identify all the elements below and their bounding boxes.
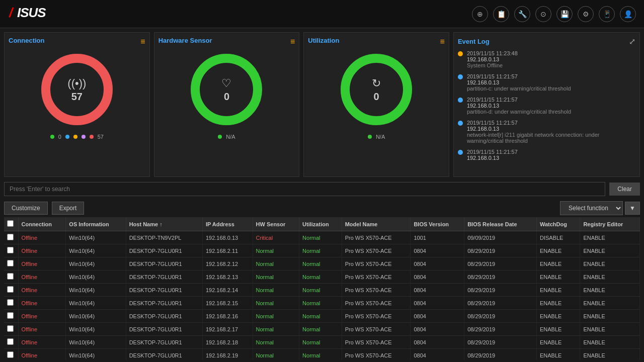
col-connection[interactable]: Connection bbox=[18, 217, 66, 231]
col-watchdog[interactable]: WatchDog bbox=[536, 217, 580, 231]
table-cell: ENABLE bbox=[536, 244, 580, 257]
table-cell: 08/29/2019 bbox=[464, 336, 537, 349]
table-cell: Normal bbox=[253, 323, 299, 336]
event-log-widget: Event Log ⤢ 2019/11/15 11:23:48 192.168.… bbox=[453, 32, 640, 177]
col-ip[interactable]: IP Address bbox=[202, 217, 253, 231]
table-cell: Win10(64) bbox=[66, 297, 126, 310]
table-cell: 0804 bbox=[411, 257, 464, 270]
hardware-sensor-menu-icon[interactable]: ≡ bbox=[290, 37, 295, 46]
dashboard: Connection ≡ ((•)) 57 0 bbox=[0, 28, 644, 179]
nav-icon-monitor[interactable]: ⊕ bbox=[472, 6, 488, 22]
table-cell: Pro WS X570-ACE bbox=[342, 336, 411, 349]
col-checkbox[interactable] bbox=[4, 217, 18, 231]
table-cell: 0804 bbox=[411, 270, 464, 284]
row-checkbox-cell[interactable] bbox=[4, 270, 18, 284]
table-row: OfflineWin10(64)DESKTOP-7GLU0R1192.168.2… bbox=[4, 310, 640, 323]
row-checkbox[interactable] bbox=[7, 286, 14, 293]
nav-icon-mobile[interactable]: 📱 bbox=[599, 6, 615, 22]
table-cell: ENABLE bbox=[536, 257, 580, 270]
select-function-arrow-button[interactable]: ▼ bbox=[625, 202, 640, 215]
table-row: OfflineWin10(64)DESKTOP-7GLU0R1192.168.2… bbox=[4, 297, 640, 310]
table-cell: DESKTOP-TN9V2PL bbox=[126, 231, 202, 244]
select-all-checkbox[interactable] bbox=[7, 220, 14, 227]
legend-label-0: 0 bbox=[58, 134, 61, 140]
table-cell: ENABLE bbox=[536, 270, 580, 284]
table-cell: DESKTOP-7GLU0R1 bbox=[126, 297, 202, 310]
row-checkbox[interactable] bbox=[7, 299, 14, 306]
table-cell: Normal bbox=[299, 257, 342, 270]
event-dot-3 bbox=[458, 98, 463, 103]
row-checkbox-cell[interactable] bbox=[4, 297, 18, 310]
table-row: OfflineWin10(64)DESKTOP-7GLU0R1192.168.2… bbox=[4, 257, 640, 270]
expand-icon[interactable]: ⤢ bbox=[629, 37, 635, 46]
col-os[interactable]: OS Information bbox=[66, 217, 126, 231]
nav-icon-tool[interactable]: 🔧 bbox=[514, 6, 530, 22]
device-table: Connection OS Information Host Name ↑ IP… bbox=[4, 217, 640, 360]
row-checkbox[interactable] bbox=[7, 247, 14, 253]
table-row: OfflineWin10(64)DESKTOP-TN9V2PL192.168.0… bbox=[4, 231, 640, 244]
table-cell: ENABLE bbox=[536, 310, 580, 323]
col-hostname[interactable]: Host Name ↑ bbox=[126, 217, 202, 231]
row-checkbox-cell[interactable] bbox=[4, 323, 18, 336]
nav-icon-circle[interactable]: ⊙ bbox=[535, 6, 551, 22]
utilization-title: Utilization bbox=[308, 37, 339, 44]
table-cell: Offline bbox=[18, 336, 66, 349]
table-cell: 08/29/2019 bbox=[464, 284, 537, 297]
row-checkbox[interactable] bbox=[7, 273, 14, 280]
hardware-sensor-title: Hardware Sensor bbox=[158, 37, 212, 44]
col-bios-date[interactable]: BIOS Release Date bbox=[464, 217, 537, 231]
connection-menu-icon[interactable]: ≡ bbox=[140, 37, 145, 46]
hardware-sensor-value: 0 bbox=[221, 91, 231, 103]
row-checkbox-cell[interactable] bbox=[4, 310, 18, 323]
row-checkbox-cell[interactable] bbox=[4, 244, 18, 257]
row-checkbox-cell[interactable] bbox=[4, 257, 18, 270]
row-checkbox-cell[interactable] bbox=[4, 231, 18, 244]
col-hw-sensor[interactable]: HW Sensor bbox=[253, 217, 299, 231]
col-bios-version[interactable]: BIOS Version bbox=[411, 217, 464, 231]
table-cell: Offline bbox=[18, 323, 66, 336]
row-checkbox-cell[interactable] bbox=[4, 284, 18, 297]
row-checkbox[interactable] bbox=[7, 234, 14, 240]
row-checkbox[interactable] bbox=[7, 325, 14, 332]
utilization-menu-icon[interactable]: ≡ bbox=[440, 37, 445, 46]
row-checkbox[interactable] bbox=[7, 312, 14, 319]
row-checkbox[interactable] bbox=[7, 351, 14, 358]
hardware-sensor-legend: N/A bbox=[218, 134, 235, 140]
search-input[interactable] bbox=[4, 182, 605, 196]
table-cell: 1001 bbox=[411, 231, 464, 244]
event-dot-1 bbox=[458, 51, 463, 56]
hardware-sensor-donut-container: ♡ 0 N/A bbox=[158, 49, 295, 140]
nav-icon-doc[interactable]: 📋 bbox=[493, 6, 509, 22]
nav-icon-save[interactable]: 💾 bbox=[556, 6, 573, 22]
table-cell: DESKTOP-7GLU0R1 bbox=[126, 310, 202, 323]
table-cell: 192.168.0.13 bbox=[202, 231, 253, 244]
table-cell: Normal bbox=[299, 349, 342, 360]
table-cell: Offline bbox=[18, 244, 66, 257]
table-cell: Offline bbox=[18, 231, 66, 244]
utilization-donut-center: ↻ 0 bbox=[372, 77, 381, 103]
nav-icon-user[interactable]: 👤 bbox=[620, 6, 636, 22]
connection-donut: ((•)) 57 bbox=[37, 49, 117, 130]
col-registry[interactable]: Registry Editor bbox=[580, 217, 640, 231]
col-model[interactable]: Model Name bbox=[342, 217, 411, 231]
row-checkbox[interactable] bbox=[7, 338, 14, 345]
customize-button[interactable]: Customize bbox=[4, 202, 48, 215]
nav-icons: ⊕ 📋 🔧 ⊙ 💾 ⚙ 📱 👤 bbox=[472, 6, 636, 22]
export-button[interactable]: Export bbox=[52, 202, 85, 215]
event-list: 2019/11/15 11:23:48 192.168.0.13 System … bbox=[458, 50, 635, 166]
legend-label-57: 57 bbox=[98, 134, 104, 140]
clear-button[interactable]: Clear bbox=[609, 183, 640, 196]
col-utilization[interactable]: Utilization bbox=[299, 217, 342, 231]
nav-icon-settings[interactable]: ⚙ bbox=[578, 6, 594, 22]
table-cell: ENABLE bbox=[580, 257, 640, 270]
table-cell: Win10(64) bbox=[66, 270, 126, 284]
row-checkbox[interactable] bbox=[7, 260, 14, 266]
select-function-dropdown[interactable]: Select function bbox=[560, 201, 623, 215]
row-checkbox-cell[interactable] bbox=[4, 349, 18, 360]
event-time-2: 2019/11/15 11:21:57 bbox=[467, 73, 571, 79]
table-cell: 192.168.2.13 bbox=[202, 270, 253, 284]
row-checkbox-cell[interactable] bbox=[4, 336, 18, 349]
event-ip-5: 192.168.0.13 bbox=[467, 155, 518, 161]
hardware-sensor-widget: Hardware Sensor ≡ ♡ 0 N/A bbox=[154, 32, 300, 177]
table-cell: 0804 bbox=[411, 310, 464, 323]
